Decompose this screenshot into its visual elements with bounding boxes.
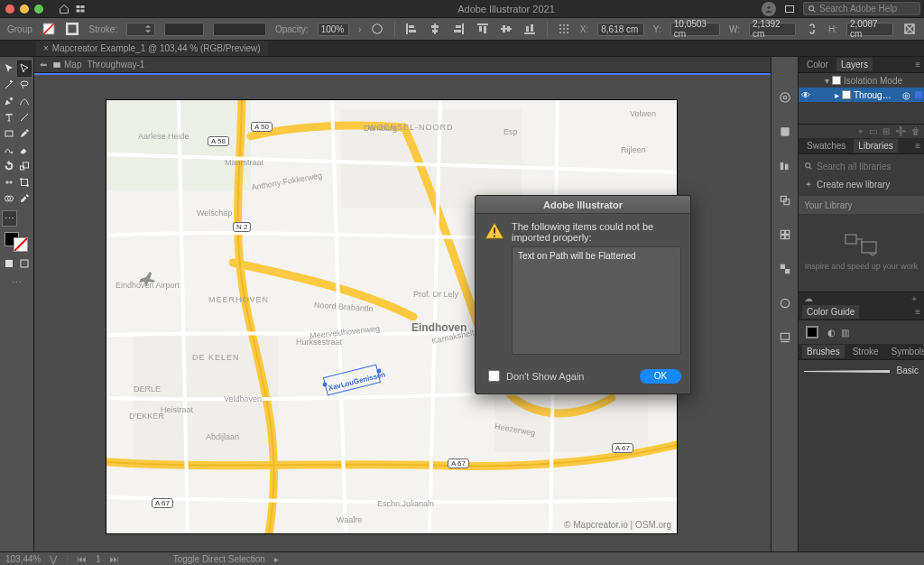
fill-stroke-swatch[interactable] (5, 232, 30, 254)
type-tool[interactable] (3, 110, 16, 125)
harmony-menu-icon[interactable]: ▥ (841, 328, 849, 338)
align-left-icon[interactable] (404, 21, 419, 37)
magic-wand-tool[interactable] (3, 78, 16, 92)
tab-color[interactable]: Color (802, 58, 833, 71)
delete-layer-icon[interactable]: 🗑 (911, 126, 920, 136)
recolor-icon[interactable] (370, 21, 384, 37)
align-bottom-icon[interactable] (522, 21, 537, 37)
libraries-search-input[interactable]: Search all libraries (804, 158, 919, 174)
scale-tool[interactable] (18, 159, 32, 173)
pen-tool[interactable] (3, 94, 16, 108)
rotate-tool[interactable] (3, 159, 16, 173)
harmony-icon[interactable]: ◐ (827, 328, 836, 338)
your-library-row[interactable]: Your Library (799, 196, 924, 214)
layer-row-selected[interactable]: 👁 ▸ Throug… ◎ (799, 88, 924, 102)
base-color-swatch[interactable] (806, 326, 818, 338)
toolbox-more[interactable]: ⋯ (12, 277, 22, 289)
new-layer-icon[interactable]: ➕ (895, 126, 906, 136)
appearance-panel-icon[interactable] (777, 295, 793, 311)
arrange-docs-icon[interactable] (72, 1, 88, 17)
zoom-level[interactable]: 103,44% (5, 554, 41, 564)
draw-behind-icon[interactable] (18, 256, 32, 271)
user-avatar[interactable] (762, 2, 776, 16)
tab-colorguide[interactable]: Color Guide (802, 305, 859, 319)
align-vcenter-icon[interactable] (499, 21, 513, 37)
panel-menu-icon[interactable]: ≡ (915, 307, 920, 317)
status-menu-icon[interactable]: ▸ (274, 554, 279, 564)
x-input[interactable]: 8,618 cm (597, 23, 644, 36)
document-tab[interactable]: × Mapcreator Example_1 @ 103,44 % (RGB/P… (36, 41, 268, 56)
visibility-icon[interactable]: 👁 (800, 90, 811, 100)
brush-basic-row[interactable]: Basic (802, 364, 920, 380)
selected-text-on-path[interactable]: XavLouGenissen (328, 370, 386, 392)
fill-swatch-icon[interactable] (42, 21, 56, 37)
y-input[interactable]: 10,0503 cm (670, 23, 720, 36)
cloud-sync-icon[interactable]: ☁ (804, 293, 813, 303)
add-content-icon[interactable]: ＋ (910, 292, 919, 305)
canvas[interactable]: Aarlese Heide MEERHOVEN DE KELEN DERLE D… (34, 75, 771, 551)
align-right-icon[interactable] (451, 21, 466, 37)
asset-export-panel-icon[interactable] (777, 329, 793, 346)
free-transform-tool[interactable] (18, 175, 32, 190)
new-sublayer-icon[interactable]: ⊞ (882, 126, 890, 136)
make-clip-icon[interactable]: ▭ (869, 126, 877, 136)
dont-show-again-checkbox[interactable]: Don't Show Again (485, 367, 585, 384)
tab-libraries[interactable]: Libraries (854, 139, 897, 153)
dialog-ok-button[interactable]: OK (640, 369, 681, 384)
vprofile-input[interactable] (164, 23, 204, 36)
align-top-icon[interactable] (476, 21, 490, 37)
tab-swatches[interactable]: Swatches (802, 139, 850, 153)
breadcrumb-sub[interactable]: Throughway-1 (87, 60, 144, 69)
create-library-button[interactable]: ＋ Create new library (804, 174, 919, 194)
draw-normal-icon[interactable] (3, 256, 16, 271)
breadcrumb-back-icon[interactable]: ⬅ (40, 60, 47, 69)
brush-def-input[interactable] (213, 23, 266, 36)
selection-tool[interactable] (3, 61, 16, 76)
edit-toolbar-button[interactable]: ⋯ (3, 211, 16, 226)
tab-layers[interactable]: Layers (836, 58, 873, 71)
properties-panel-icon[interactable] (777, 89, 793, 106)
artboard-nav-next-icon[interactable]: ⏭ (110, 554, 119, 564)
tab-brushes[interactable]: Brushes (802, 345, 845, 358)
artboard-nav-prev-icon[interactable]: ⏮ (78, 554, 87, 564)
help-search-input[interactable]: Search Adobe Help (803, 2, 920, 15)
minimize-window-button[interactable] (20, 5, 29, 14)
zoom-stepper-icon[interactable]: ⋁ (50, 554, 57, 564)
opacity-input[interactable]: 100% (318, 23, 349, 36)
panel-menu-icon[interactable]: ≡ (915, 141, 920, 151)
shape-builder-tool[interactable] (3, 191, 16, 206)
transform-ref-icon[interactable] (556, 21, 570, 37)
transparency-panel-icon[interactable] (777, 261, 793, 277)
align-hcenter-icon[interactable] (428, 21, 442, 37)
width-tool[interactable] (3, 175, 16, 190)
panel-menu-icon[interactable]: ≡ (915, 60, 920, 69)
tab-stroke[interactable]: Stroke (848, 345, 883, 358)
stroke-swatch-icon[interactable] (65, 21, 79, 37)
maximize-window-button[interactable] (34, 5, 43, 14)
transform-panel-icon[interactable] (777, 227, 793, 243)
constrain-icon[interactable] (805, 21, 819, 37)
close-window-button[interactable] (5, 5, 14, 14)
eyedropper-tool[interactable] (18, 191, 32, 206)
layer-row-isolation[interactable]: ▾ Isolation Mode (799, 73, 924, 88)
shape-props-icon[interactable] (902, 21, 917, 37)
h-input[interactable]: 2,0087 cm (846, 23, 893, 36)
align-panel-icon[interactable] (777, 158, 793, 174)
line-tool[interactable] (18, 110, 32, 125)
paintbrush-tool[interactable] (18, 126, 32, 141)
direct-selection-tool[interactable] (18, 61, 32, 76)
home-icon[interactable] (56, 1, 72, 17)
cc-lib-panel-icon[interactable] (777, 124, 793, 140)
breadcrumb-root[interactable]: Map (52, 60, 81, 69)
arrange-windows-icon[interactable] (781, 1, 798, 17)
w-input[interactable]: 2,1392 cm (749, 23, 796, 36)
stroke-weight-input[interactable] (126, 23, 155, 36)
target-icon[interactable]: ◎ (902, 90, 910, 100)
curvature-tool[interactable] (18, 94, 32, 108)
rectangle-tool[interactable] (3, 126, 16, 141)
eraser-tool[interactable] (18, 143, 32, 157)
locate-object-icon[interactable]: ⌖ (858, 126, 864, 137)
shaper-tool[interactable] (3, 143, 16, 157)
lasso-tool[interactable] (18, 78, 32, 92)
pathfinder-panel-icon[interactable] (777, 192, 793, 208)
